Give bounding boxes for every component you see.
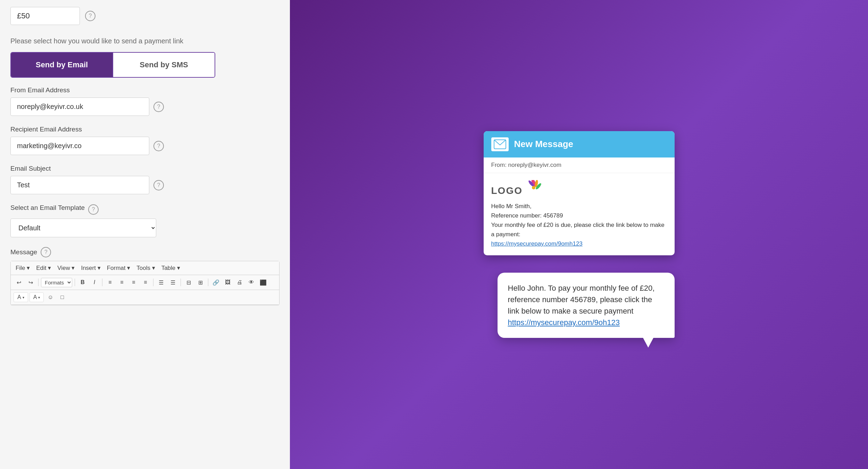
toolbar-align-left[interactable]: ≡: [105, 277, 115, 288]
template-help-icon[interactable]: ?: [88, 204, 99, 215]
toolbar-italic[interactable]: I: [89, 277, 100, 288]
format-underline-indicator: ▾: [23, 296, 24, 299]
recipient-email-help-icon[interactable]: ?: [153, 141, 164, 151]
toolbar-redo[interactable]: ↪: [25, 277, 36, 288]
logo-icon: [526, 180, 542, 194]
message-label-row: Message ?: [10, 247, 279, 257]
form-area: From Email Address ? Recipient Email Add…: [0, 78, 290, 469]
editor-wrapper: File ▾ Edit ▾ View ▾ Insert ▾ Format ▾ T…: [10, 261, 279, 305]
message-label: Message: [10, 248, 37, 256]
email-body-message: Your monthly fee of £20 is due, please c…: [491, 220, 667, 239]
format-color-indicator: ▾: [38, 296, 40, 299]
template-select[interactable]: Default: [10, 219, 156, 237]
toolbar-outdent[interactable]: ⊟: [183, 277, 194, 288]
format-label: A: [17, 294, 21, 300]
tab-send-email[interactable]: Send by Email: [11, 53, 112, 77]
toolbar-image[interactable]: 🖼: [223, 277, 233, 288]
sms-bubble-wrapper: Hello John. To pay your monthly fee of £…: [484, 273, 675, 338]
template-group: Select an Email Template ? Default: [10, 204, 279, 237]
editor-menubar: File ▾ Edit ▾ View ▾ Insert ▾ Format ▾ T…: [11, 261, 279, 275]
from-email-input[interactable]: [10, 97, 149, 116]
send-method-label: Please select how you would like to send…: [0, 32, 290, 49]
email-subject-group: Email Subject ?: [10, 165, 279, 194]
menu-tools[interactable]: Tools ▾: [134, 263, 157, 273]
email-from: From: noreply@keyivr.com: [484, 157, 675, 173]
amount-help-icon[interactable]: ?: [85, 11, 95, 21]
toolbar-sep-4: [153, 279, 153, 286]
format-color-area[interactable]: A ▾: [30, 292, 44, 302]
menu-format[interactable]: Format ▾: [105, 263, 133, 273]
message-help-icon[interactable]: ?: [41, 247, 51, 257]
toolbar-sep-2: [75, 279, 75, 286]
email-body: LOGO Hello Mr Smith, Reference number: 4…: [484, 173, 675, 256]
from-email-label: From Email Address: [10, 86, 279, 94]
message-section: Message ? File ▾ Edit ▾ View ▾ Insert ▾ …: [10, 247, 279, 305]
menu-edit[interactable]: Edit ▾: [34, 263, 53, 273]
toolbar-unordered-list[interactable]: ☰: [156, 277, 166, 288]
recipient-email-group: Recipient Email Address ?: [10, 126, 279, 155]
right-panel: New Message From: noreply@keyivr.com LOG…: [290, 0, 868, 469]
toolbar-code[interactable]: ⬛: [258, 277, 268, 288]
recipient-email-label: Recipient Email Address: [10, 126, 279, 133]
email-header: New Message: [484, 131, 675, 157]
top-bar: ?: [0, 0, 290, 32]
toolbar-print[interactable]: 🖨: [234, 277, 245, 288]
toolbar-bold[interactable]: B: [77, 277, 88, 288]
email-subject-input[interactable]: [10, 176, 149, 194]
toolbar-ordered-list[interactable]: ☰: [168, 277, 178, 288]
tabs-container: Send by Email Send by SMS: [10, 52, 215, 78]
left-panel: ? Please select how you would like to se…: [0, 0, 290, 469]
email-subject-help-icon[interactable]: ?: [153, 180, 164, 190]
email-payment-link[interactable]: https://mysecurepay.com/9omh123: [491, 240, 583, 247]
recipient-email-wrapper: ?: [10, 137, 279, 155]
toolbar-sep-3: [102, 279, 102, 286]
menu-insert[interactable]: Insert ▾: [79, 263, 102, 273]
menu-view[interactable]: View ▾: [55, 263, 77, 273]
sms-text: Hello John. To pay your monthly fee of £…: [508, 282, 664, 328]
toolbar-align-justify[interactable]: ≡: [140, 277, 151, 288]
template-label: Select an Email Template: [10, 204, 85, 212]
menu-file[interactable]: File ▾: [14, 263, 32, 273]
toolbar-align-right[interactable]: ≡: [128, 277, 139, 288]
toolbar-sep-5: [181, 279, 181, 286]
from-email-group: From Email Address ?: [10, 86, 279, 116]
email-subject-label: Email Subject: [10, 165, 279, 172]
format-special-char[interactable]: □: [57, 292, 67, 302]
amount-wrapper: ?: [10, 7, 95, 25]
template-label-row: Select an Email Template ?: [10, 204, 279, 215]
logo-text: LOGO: [491, 185, 523, 196]
toolbar-formats-select[interactable]: Formats: [41, 278, 72, 287]
from-email-wrapper: ?: [10, 97, 279, 116]
toolbar-link[interactable]: 🔗: [211, 277, 221, 288]
format-label-area[interactable]: A ▾: [14, 292, 28, 302]
email-reference: Reference number: 456789: [491, 211, 667, 220]
editor-toolbar: ↩ ↪ Formats B I ≡ ≡ ≡ ≡ ☰ ☰: [11, 275, 279, 290]
toolbar-undo[interactable]: ↩: [14, 277, 24, 288]
svg-point-5: [532, 186, 535, 189]
recipient-email-input[interactable]: [10, 137, 149, 155]
sms-bubble: Hello John. To pay your monthly fee of £…: [498, 273, 675, 338]
email-header-title: New Message: [514, 139, 574, 150]
toolbar-sep-6: [208, 279, 208, 286]
sms-payment-link[interactable]: https://mysecurepay.com/9oh123: [508, 318, 620, 327]
tab-send-sms[interactable]: Send by SMS: [112, 53, 215, 77]
email-body-text: Hello Mr Smith, Reference number: 456789…: [491, 202, 667, 249]
format-emoji[interactable]: ☺: [45, 292, 56, 302]
email-greeting: Hello Mr Smith,: [491, 202, 667, 211]
menu-table[interactable]: Table ▾: [159, 263, 182, 273]
format-color-label: A: [33, 294, 37, 300]
toolbar-preview[interactable]: 👁: [246, 277, 257, 288]
sms-body-text: Hello John. To pay your monthly fee of £…: [508, 284, 655, 315]
toolbar-align-center[interactable]: ≡: [117, 277, 127, 288]
editor-format-row: A ▾ A ▾ ☺ □: [11, 290, 279, 305]
from-email-help-icon[interactable]: ?: [153, 102, 164, 112]
toolbar-sep-1: [38, 279, 39, 286]
email-subject-wrapper: ?: [10, 176, 279, 194]
email-logo: LOGO: [491, 180, 667, 196]
toolbar-indent[interactable]: ⊞: [195, 277, 206, 288]
email-preview: New Message From: noreply@keyivr.com LOG…: [484, 131, 675, 256]
amount-input[interactable]: [10, 7, 80, 25]
email-envelope-icon: [491, 137, 509, 151]
